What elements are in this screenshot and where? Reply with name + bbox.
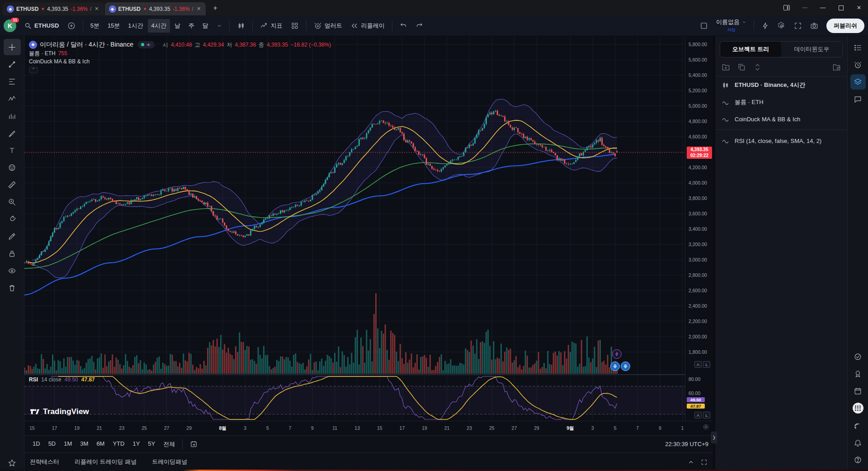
minimize-button[interactable]: — xyxy=(814,0,832,15)
redo-button[interactable] xyxy=(412,19,427,32)
range-button-5Y[interactable]: 5Y xyxy=(144,438,159,451)
undo-button[interactable] xyxy=(396,19,411,32)
bottom-tab[interactable]: 트레이딩패널 xyxy=(152,458,187,466)
browser-tab-2[interactable]: ◆ ETHUSD ▼ 4,393.35 -1.36% / ✕ xyxy=(105,2,206,15)
range-button-3M[interactable]: 3M xyxy=(76,438,92,451)
alert-button[interactable]: 얼러트 xyxy=(310,19,346,33)
bottom-tab[interactable]: 리플레이 트레이딩 패널 xyxy=(75,458,137,466)
new-tab-button[interactable]: + xyxy=(209,2,221,14)
eye-tool[interactable] xyxy=(4,262,21,279)
maximize-button[interactable] xyxy=(832,0,850,15)
go-to-date-button[interactable] xyxy=(186,438,201,450)
exchange-clock[interactable]: 22:30:39 UTC+9 xyxy=(665,441,708,447)
legend-volume-row[interactable]: 볼륨 · ETH 755 xyxy=(29,49,331,57)
panel-tab[interactable]: 데이터윈도우 xyxy=(781,42,842,57)
symbol-search-button[interactable]: ETHUSD xyxy=(21,19,63,32)
object-tree-icon[interactable] xyxy=(850,74,866,90)
medal-icon[interactable] xyxy=(850,366,866,381)
panel-tab[interactable]: 오브젝트 트리 xyxy=(720,42,781,57)
panel-collapse-handle[interactable]: ❯ xyxy=(711,432,717,443)
calendar-icon[interactable] xyxy=(850,383,866,399)
crosshair-tool[interactable] xyxy=(4,39,21,55)
notifications-bell-icon[interactable] xyxy=(850,435,866,450)
range-button-6M[interactable]: 6M xyxy=(93,438,108,451)
log-scale-toggle[interactable]: L xyxy=(703,412,710,419)
legend-symbol-row[interactable]: ◆ 이더리움 / 달러 · 4시간 · Binance 시4,410.48 고4… xyxy=(29,40,331,49)
emoji-tool[interactable] xyxy=(4,159,21,176)
lock-tool[interactable] xyxy=(4,245,21,262)
object-tree-item[interactable]: 볼륨 · ETH xyxy=(715,94,847,111)
interval-button-4시간[interactable]: 4시간 xyxy=(148,19,170,33)
object-tree-item[interactable]: RSI (14, close, false, SMA, 14, 2) xyxy=(715,133,847,149)
text-tool[interactable] xyxy=(4,142,21,158)
range-button-전체[interactable]: 전체 xyxy=(160,438,179,451)
range-button-1D[interactable]: 1D xyxy=(29,438,44,451)
object-tree-item[interactable]: ETHUSD · Binance, 4시간 xyxy=(715,76,847,94)
range-button-YTD[interactable]: YTD xyxy=(109,438,128,451)
check-circle-icon[interactable] xyxy=(850,349,866,364)
panel-collapse-icon[interactable] xyxy=(688,459,694,466)
trash-tool[interactable] xyxy=(4,280,21,296)
help-icon[interactable] xyxy=(850,452,866,467)
price-axis[interactable]: 4,393.35 02:29:22 49.50 47.87 A L A L 5,… xyxy=(685,36,713,421)
magnet-tool[interactable] xyxy=(4,211,21,227)
forecast-tool[interactable] xyxy=(4,108,21,124)
ruler-tool[interactable] xyxy=(4,176,21,193)
time-axis[interactable]: 15171921232527298월3579111315171921232527… xyxy=(24,421,713,435)
watchlist-icon[interactable] xyxy=(850,40,866,55)
tab-close-icon[interactable]: ✕ xyxy=(94,6,99,12)
indicator-coin-badge[interactable] xyxy=(621,362,630,371)
indicator-flash-badge[interactable] xyxy=(612,349,622,359)
legend-indicator-row[interactable]: CoinDuck MA & BB & Ich xyxy=(29,57,331,66)
indicators-button[interactable]: 지표 xyxy=(256,19,286,33)
quick-search-button[interactable] xyxy=(758,19,773,33)
settings-button[interactable] xyxy=(774,19,789,33)
snapshot-button[interactable] xyxy=(807,19,822,33)
interval-button-주[interactable]: 주 xyxy=(185,19,198,33)
auto-scale-toggle[interactable]: A xyxy=(694,412,702,419)
interval-button-날[interactable]: 날 xyxy=(171,19,184,33)
axis-settings-gear-icon[interactable] xyxy=(703,423,709,430)
user-avatar[interactable]: K 11 xyxy=(4,19,16,32)
manage-drawings-icon[interactable] xyxy=(832,63,841,71)
range-button-5D[interactable]: 5D xyxy=(45,438,60,451)
auto-scale-toggle[interactable]: A xyxy=(694,361,702,368)
log-scale-toggle[interactable]: L xyxy=(703,361,710,368)
interval-button-15분[interactable]: 15분 xyxy=(104,19,123,33)
legend-collapse-button[interactable]: ⌃ xyxy=(29,67,38,73)
indicator-coin-badge[interactable] xyxy=(610,362,620,371)
alerts-icon[interactable] xyxy=(850,57,866,72)
zoom-in-tool[interactable] xyxy=(4,194,21,210)
interval-expand-button[interactable] xyxy=(213,20,226,31)
interval-button-달[interactable]: 달 xyxy=(199,19,212,33)
sort-icon[interactable] xyxy=(753,63,762,71)
brush-tool[interactable] xyxy=(4,125,21,141)
community-apps-icon[interactable] xyxy=(850,400,866,416)
tab-close-icon[interactable]: ✕ xyxy=(196,6,202,12)
favorites-star-tool[interactable] xyxy=(4,455,21,471)
pattern-tool[interactable] xyxy=(4,90,21,107)
price-chart[interactable] xyxy=(24,36,685,421)
fib-retracement-tool[interactable] xyxy=(4,73,21,90)
browser-tab-1[interactable]: ◆ ETHUSD ▼ 4,393.35 -1.36% / ✕ xyxy=(3,2,104,15)
tab-preview-icon[interactable] xyxy=(778,0,796,15)
range-button-1Y[interactable]: 1Y xyxy=(129,438,143,451)
feed-icon[interactable] xyxy=(850,418,866,433)
fullscreen-button[interactable] xyxy=(790,19,806,33)
layout-select-button[interactable] xyxy=(696,19,712,33)
save-link[interactable]: 저장 xyxy=(727,28,736,32)
panel-divider[interactable]: ❯ xyxy=(713,36,715,471)
edit-tool[interactable] xyxy=(4,228,21,244)
object-tree-item[interactable]: CoinDuck MA & BB & Ich xyxy=(715,111,847,128)
bottom-tab[interactable]: 전략테스터 xyxy=(30,458,59,466)
rsi-legend[interactable]: RSI 14 close 49.50 47.87 xyxy=(29,376,95,383)
close-window-button[interactable]: ✕ xyxy=(850,0,868,15)
chart-style-button[interactable] xyxy=(233,19,249,33)
source-pill[interactable] xyxy=(138,41,155,48)
interval-button-5분[interactable]: 5분 xyxy=(87,19,103,33)
copy-icon[interactable] xyxy=(737,63,746,71)
trend-line-tool[interactable] xyxy=(4,56,21,72)
chart-area[interactable]: ◆ 이더리움 / 달러 · 4시간 · Binance 시4,410.48 고4… xyxy=(24,36,713,421)
browser-menu-icon[interactable]: ⋯ xyxy=(796,0,814,15)
interval-button-1시간[interactable]: 1시간 xyxy=(124,19,146,33)
